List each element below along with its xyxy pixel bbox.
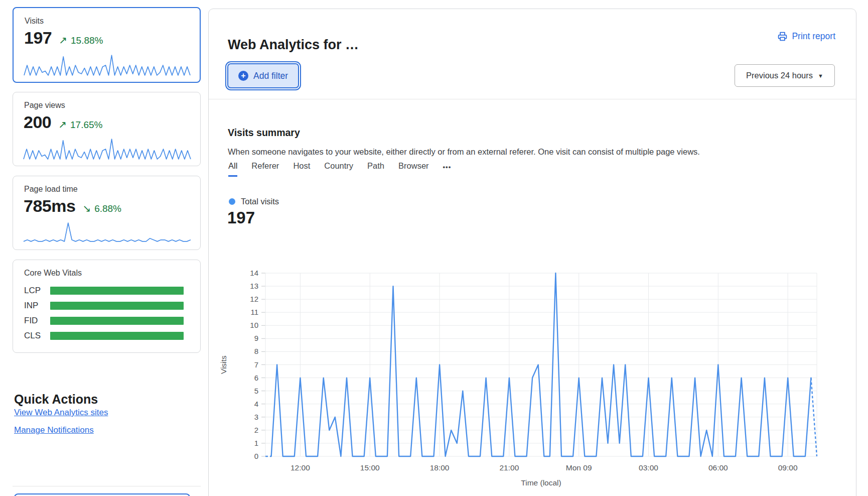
vital-row-lcp: LCP (24, 286, 184, 295)
trend-down-icon: ↘ (82, 202, 91, 214)
vital-bar-good (50, 302, 184, 310)
svg-text:5: 5 (254, 387, 258, 395)
chart-legend: Total visits (229, 197, 279, 206)
tab-host[interactable]: Host (293, 161, 310, 177)
visits-line-chart: 0123456789101112131412:0015:0018:0021:00… (211, 246, 857, 496)
svg-text:14: 14 (250, 269, 258, 277)
page-load-time-sparkline (23, 221, 191, 244)
sidebar-divider (13, 486, 201, 486)
svg-text:Mon 09: Mon 09 (566, 463, 592, 472)
trend-up-icon: ↗ (58, 118, 67, 131)
printer-icon (777, 31, 788, 42)
svg-text:Time (local): Time (local) (521, 478, 561, 487)
vital-label: FID (24, 316, 50, 326)
svg-text:11: 11 (250, 308, 258, 316)
vital-row-inp: INP (24, 301, 184, 310)
tab-referer[interactable]: Referer (251, 161, 279, 177)
vital-row-cls: CLS (24, 331, 184, 340)
vital-label: INP (24, 301, 50, 311)
metric-value: 200 (24, 112, 51, 132)
vital-bar-good (50, 317, 184, 325)
trend-up-icon: ↗ (59, 34, 67, 46)
tab-path[interactable]: Path (367, 161, 384, 177)
metric-card-page-load-time[interactable]: Page load time 785ms ↘6.88% (13, 176, 201, 250)
metric-delta: ↗17.65% (58, 118, 102, 131)
tab-country[interactable]: Country (324, 161, 353, 177)
metric-delta: ↘6.88% (82, 202, 121, 214)
metric-card-visits[interactable]: Visits 197 ↗15.88% (13, 7, 201, 83)
metric-label: Page load time (24, 185, 78, 194)
legend-dot-icon (229, 198, 235, 205)
svg-text:09:00: 09:00 (778, 463, 798, 472)
svg-text:1: 1 (254, 439, 258, 447)
tab-browser[interactable]: Browser (398, 161, 429, 177)
core-web-vitals-card: Core Web Vitals LCP INP FID CLS (13, 260, 201, 353)
metric-row: 785ms ↘6.88% (24, 196, 121, 216)
vital-label: LCP (24, 286, 50, 296)
metric-card-page-views[interactable]: Page views 200 ↗17.65% (13, 92, 201, 166)
svg-text:10: 10 (250, 321, 258, 329)
page-title: Web Analytics for … (228, 37, 359, 53)
vital-row-fid: FID (24, 316, 184, 325)
view-web-analytics-sites-link[interactable]: View Web Analytics sites (14, 408, 108, 418)
print-report-link[interactable]: Print report (777, 31, 835, 42)
svg-text:9: 9 (254, 334, 258, 342)
print-report-label: Print report (792, 31, 835, 42)
manage-notifications-link[interactable]: Manage Notifications (14, 425, 94, 435)
svg-text:8: 8 (254, 347, 258, 355)
visits-sparkline (24, 54, 191, 76)
add-filter-button[interactable]: + Add filter (227, 63, 299, 88)
svg-text:18:00: 18:00 (430, 463, 450, 472)
svg-text:2: 2 (254, 426, 258, 434)
vital-bar-good (50, 332, 184, 340)
tab-all[interactable]: All (228, 161, 237, 177)
metric-delta: ↗15.88% (59, 34, 103, 46)
svg-text:Visits: Visits (219, 355, 228, 374)
total-visits-value: 197 (227, 208, 255, 227)
svg-text:06:00: 06:00 (708, 463, 728, 472)
metric-row: 200 ↗17.65% (24, 112, 102, 132)
svg-text:0: 0 (254, 452, 258, 460)
svg-text:6: 6 (254, 374, 258, 382)
delta-percent: 6.88% (94, 203, 121, 214)
delta-percent: 17.65% (70, 119, 102, 131)
metric-value: 197 (24, 28, 52, 48)
time-range-value: Previous 24 hours (746, 71, 813, 80)
svg-text:12: 12 (250, 295, 258, 303)
page-views-sparkline (23, 138, 191, 160)
partial-next-card[interactable] (14, 493, 190, 496)
metric-row: 197 ↗15.88% (24, 28, 103, 48)
dimension-tabs: All Referer Host Country Path Browser ••… (228, 161, 451, 177)
core-web-vitals-title: Core Web Vitals (24, 269, 82, 278)
metric-label: Page views (24, 101, 65, 110)
delta-percent: 15.88% (71, 35, 103, 46)
chevron-down-icon: ▼ (818, 73, 823, 79)
visits-summary-description: When someone navigates to your website, … (228, 147, 805, 157)
quick-actions-title: Quick Actions (14, 392, 98, 407)
svg-text:4: 4 (254, 400, 258, 408)
metric-label: Visits (25, 17, 44, 26)
metric-value: 785ms (24, 196, 75, 216)
svg-text:15:00: 15:00 (360, 463, 380, 472)
svg-text:3: 3 (254, 413, 258, 421)
plus-circle-icon: + (238, 71, 248, 81)
svg-text:13: 13 (250, 282, 258, 290)
visits-summary-title: Visits summary (228, 127, 300, 139)
vital-label: CLS (24, 331, 50, 341)
add-filter-label: Add filter (253, 71, 288, 81)
legend-label: Total visits (241, 197, 279, 206)
svg-text:12:00: 12:00 (291, 463, 310, 472)
svg-text:03:00: 03:00 (639, 463, 658, 472)
vital-bar-good (50, 287, 184, 295)
svg-text:21:00: 21:00 (499, 463, 519, 472)
header-divider (209, 99, 856, 99)
time-range-dropdown[interactable]: Previous 24 hours ▼ (735, 64, 835, 87)
more-tabs-button[interactable]: ••• (443, 161, 452, 177)
svg-text:7: 7 (254, 360, 258, 369)
web-analytics-panel: Web Analytics for … Print report + Add f… (208, 9, 856, 496)
